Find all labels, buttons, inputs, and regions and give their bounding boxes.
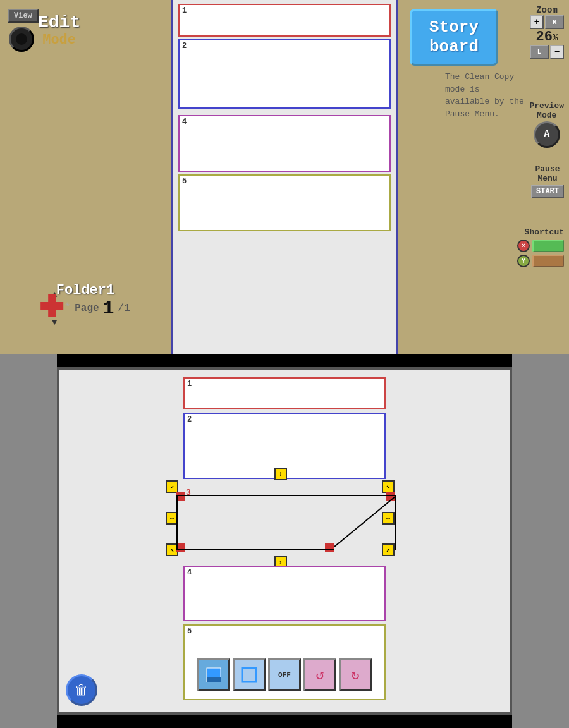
down-arrow-icon: ▼ — [52, 317, 57, 327]
view-label: View — [14, 11, 32, 20]
bottom-frame-4[interactable]: 4 — [183, 566, 386, 621]
frame-container: 1 2 4 5 — [173, 0, 396, 235]
view-icon-inner — [16, 33, 27, 45]
zoom-minus-button[interactable]: − — [550, 45, 564, 59]
zoom-plus-row: + R — [530, 15, 564, 29]
pause-label: PauseMenu — [535, 164, 560, 183]
tool-btn-1[interactable] — [197, 658, 230, 691]
handle-top-right[interactable]: ↘ — [382, 480, 395, 493]
page-label: Page — [75, 303, 99, 314]
selection-bottom-line — [176, 549, 334, 550]
shortcut-row-x: × — [517, 240, 564, 252]
shortcut-item-x — [532, 240, 564, 252]
trash-icon: 🗑 — [75, 682, 89, 699]
dpad[interactable] — [40, 294, 63, 317]
rotate-right-icon: ↻ — [351, 667, 359, 684]
zoom-r-button[interactable]: R — [545, 15, 564, 29]
shortcut-row-y: Y — [517, 255, 564, 267]
zoom-number: 26 — [536, 29, 553, 45]
zoom-label: Zoom — [536, 5, 558, 15]
frame-1[interactable]: 1 — [178, 4, 391, 37]
tool-btn-5[interactable]: ↻ — [339, 658, 372, 691]
page-number: 1 — [103, 298, 114, 319]
preview-btn-label: A — [544, 129, 550, 140]
edit-label: Edit — [38, 13, 80, 32]
bottom-toolbar: OFF ↺ ↻ — [197, 658, 372, 691]
off-label: OFF — [278, 671, 291, 679]
bottom-frame-5[interactable]: 5 OFF — [183, 624, 386, 700]
gray-bar-right — [512, 354, 569, 728]
preview-section: PreviewMode A — [529, 101, 564, 148]
svg-rect-3 — [242, 668, 256, 682]
shortcut-label: Shortcut — [525, 228, 564, 237]
bottom-frame-1[interactable]: 1 — [183, 377, 386, 409]
preview-label: PreviewMode — [529, 101, 564, 120]
preview-button[interactable]: A — [534, 121, 560, 148]
canvas-outline-icon — [240, 665, 259, 684]
trash-button[interactable]: 🗑 — [66, 674, 97, 706]
frame-4[interactable]: 4 — [178, 115, 391, 172]
zoom-percent: % — [553, 33, 558, 43]
top-screen: View Edit Mode Folder1 ▲ ▼ ✳ — [0, 0, 569, 354]
pause-button[interactable]: START — [531, 185, 564, 198]
bottom-screen: 1 2 3 ↙ ↕ ↘ ↔ ↔ ↖ — [0, 354, 569, 728]
sparkle-icon: ✳ — [65, 300, 70, 309]
storyboard-line2: board — [429, 37, 479, 57]
selection-right-line — [395, 495, 396, 550]
y-button[interactable]: Y — [517, 255, 530, 267]
canvas-icon — [204, 665, 223, 684]
pause-section: PauseMenu START — [531, 164, 564, 198]
zoom-value-display: 26 % — [536, 29, 558, 45]
frame-2[interactable]: 2 — [178, 39, 391, 109]
shortcut-item-y — [532, 255, 564, 267]
bottom-inner: 1 2 3 ↙ ↕ ↘ ↔ ↔ ↖ — [57, 367, 512, 715]
zoom-minus-row: L − — [530, 45, 564, 59]
center-panel: 1 2 4 5 — [171, 0, 398, 354]
selection-left-line — [176, 495, 178, 550]
zoom-plus-button[interactable]: + — [530, 15, 544, 29]
page-info: ▲ ▼ ✳ Page 1 /1 — [40, 294, 130, 322]
red-corner-br — [325, 543, 334, 552]
right-panel: Story board The Clean Copy mode is avail… — [398, 0, 569, 354]
info-text: The Clean Copy mode is available by the … — [445, 71, 527, 120]
shortcut-section: Shortcut × Y — [517, 228, 564, 267]
storyboard-line1: Story — [429, 18, 479, 37]
selection-top-line — [176, 495, 395, 496]
mode-label: Mode — [38, 32, 80, 48]
rotate-left-icon: ↺ — [315, 667, 324, 684]
red-corner-bl — [176, 543, 185, 552]
view-icon — [9, 27, 34, 52]
handle-top-center[interactable]: ↕ — [274, 468, 287, 480]
handle-right-center[interactable]: ↔ — [382, 512, 395, 525]
edit-mode: Edit Mode — [38, 13, 80, 48]
handle-bottom-right[interactable]: ↗ — [382, 543, 395, 556]
x-button[interactable]: × — [517, 240, 530, 252]
zoom-section: Zoom + R 26 % L − — [530, 5, 564, 59]
handle-top-left[interactable]: ↙ — [166, 480, 178, 493]
red-corner-tl — [176, 492, 185, 501]
storyboard-button[interactable]: Story board — [410, 9, 498, 66]
frame-5[interactable]: 5 — [178, 174, 391, 231]
tool-btn-2[interactable] — [233, 658, 266, 691]
tool-btn-4[interactable]: ↺ — [303, 658, 336, 691]
red-corner-tr — [386, 492, 395, 501]
view-button[interactable]: View — [8, 9, 39, 23]
gray-bar-left — [0, 354, 57, 728]
svg-rect-2 — [207, 677, 221, 682]
zoom-l-button[interactable]: L — [530, 45, 549, 59]
left-panel: View Edit Mode Folder1 ▲ ▼ ✳ — [0, 0, 171, 354]
tool-btn-3[interactable]: OFF — [268, 658, 301, 691]
page-total: /1 — [118, 303, 130, 314]
